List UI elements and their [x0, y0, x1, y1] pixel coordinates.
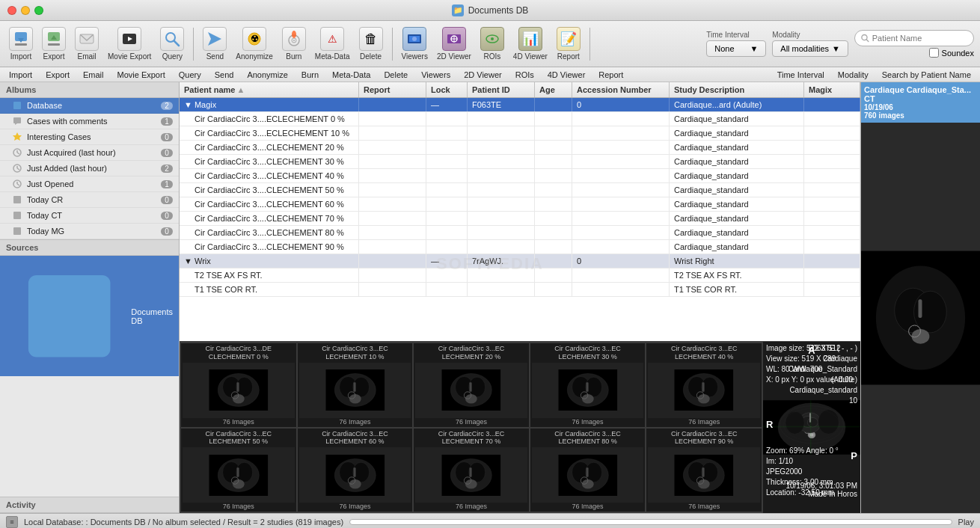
menu-delete[interactable]: Delete	[378, 69, 414, 81]
td-age-7	[535, 212, 572, 225]
th-age[interactable]: Age	[535, 82, 572, 97]
search-input[interactable]	[872, 34, 967, 43]
table-row-magix-2[interactable]: Cir CardiacCirc 3....CLECHEMENT 20 % Car…	[180, 141, 860, 155]
menu-export[interactable]: Export	[40, 69, 76, 81]
table-row-magix-4[interactable]: Cir CardiacCirc 3....CLECHEMENT 40 % Car…	[180, 169, 860, 183]
thumbnail-1[interactable]: Cir CardiacCirc 3...ECLECHEMENT 10 % 76 …	[298, 343, 413, 427]
thumbnail-2[interactable]: Cir CardiacCirc 3...ECLECHEMENT 20 % 76 …	[414, 343, 529, 427]
menu-modality[interactable]: Modality	[832, 69, 875, 81]
thumbnail-0[interactable]: Cir CardiacCirc 3...DECLECHEMENT 0 % 76 …	[181, 343, 296, 427]
sidebar-item-cases-comments[interactable]: Cases with comments 1	[0, 114, 179, 129]
maximize-button[interactable]	[34, 6, 43, 15]
time-interval-dropdown[interactable]: None ▼	[706, 40, 766, 57]
th-patient-id[interactable]: Patient ID	[468, 82, 535, 97]
table-row-magix-3[interactable]: Cir CardiacCirc 3....CLECHEMENT 30 % Car…	[180, 155, 860, 169]
td-study-6: Cardiaque_standard	[670, 197, 804, 211]
menu-anonymize[interactable]: Anonymize	[241, 69, 293, 81]
sidebar-item-interesting-cases[interactable]: Interesting Cases 0	[0, 129, 179, 145]
table-row-magix-0[interactable]: Cir CardiacCirc 3....ECLECHEMENT 0 % Car…	[180, 112, 860, 126]
report-button[interactable]: 📝 Report	[554, 25, 584, 62]
table-row-wrix-t2[interactable]: T2 TSE AX FS RT. T2 TSE AX FS RT.	[180, 268, 860, 283]
thumb-label-6: Cir CardiacCirc 3...ECLECHEMENT 60 %	[322, 430, 388, 446]
menu-viewers[interactable]: Viewers	[415, 69, 456, 81]
menu-report[interactable]: Report	[592, 69, 629, 81]
table-row-magix-header[interactable]: ▼ Magix — F063TE 0 Cardiaque...ard (Adul…	[180, 98, 860, 112]
menu-query[interactable]: Query	[173, 69, 207, 81]
menu-rois[interactable]: ROIs	[509, 69, 540, 81]
menu-metadata[interactable]: Meta-Data	[326, 69, 376, 81]
sidebar-item-just-added[interactable]: Just Added (last hour) 2	[0, 161, 179, 176]
th-study-description[interactable]: Study Description	[670, 82, 804, 97]
metadata-button[interactable]: ⚠ Meta-Data	[312, 25, 353, 62]
just-added-icon	[12, 163, 22, 174]
menu-search-by-patient-name[interactable]: Search by Patient Name	[876, 69, 977, 81]
menu-time-interval[interactable]: Time Interval	[771, 69, 830, 81]
th-magix[interactable]: Magix	[804, 82, 860, 97]
email-button[interactable]: Email	[72, 25, 102, 62]
email-label: Email	[77, 52, 96, 61]
delete-button[interactable]: 🗑 Delete	[356, 25, 386, 62]
statusbar-left-button[interactable]: ≡	[6, 516, 18, 528]
td-patient-1: Cir CardiacCirc 3....ECLECHEMENT 10 %	[180, 126, 359, 140]
viewer-made-in: Made In Horos	[785, 490, 857, 498]
viewer-panel-preview[interactable]	[861, 123, 980, 513]
viewer-series-desc: Cardiaque_standard	[763, 385, 857, 396]
2d-viewer-label: 2D Viewer	[437, 52, 471, 61]
thumbnail-6[interactable]: Cir CardiacCirc 3...ECLECHEMENT 60 % 76 …	[298, 429, 413, 512]
table-row-magix-9[interactable]: Cir CardiacCirc 3....CLECHEMENT 90 % Car…	[180, 240, 860, 254]
minimize-button[interactable]	[21, 6, 30, 15]
rois-button[interactable]: ROIs	[477, 25, 507, 62]
query-button[interactable]: Query	[157, 25, 187, 62]
table-row-wrix-header[interactable]: ▼ Wrix — 7rAgWJ. 0 Wrist Right	[180, 254, 860, 268]
send-button[interactable]: Send	[200, 25, 230, 62]
menu-burn[interactable]: Burn	[295, 69, 325, 81]
search-box[interactable]	[854, 30, 974, 46]
th-report[interactable]: Report	[359, 82, 426, 97]
menu-email[interactable]: Email	[77, 69, 110, 81]
viewers-button[interactable]: Viewers	[399, 25, 431, 62]
sidebar-item-today-ct[interactable]: Today CT 0	[0, 208, 179, 224]
thumbnail-9[interactable]: Cir CardiacCirc 3...ECLECHEMENT 90 % 76 …	[646, 429, 762, 512]
menu-send[interactable]: Send	[209, 69, 240, 81]
th-patient-name[interactable]: Patient name ▲	[180, 82, 359, 97]
sidebar-item-today-cr[interactable]: Today CR 0	[0, 192, 179, 208]
play-button[interactable]: Play	[958, 518, 974, 527]
sidebar-item-just-opened[interactable]: Just Opened 1	[0, 176, 179, 192]
viewer-area[interactable]: Image size: 512 X 512 View size: 519 X 2…	[763, 342, 860, 513]
thumbnail-3[interactable]: Cir CardiacCirc 3...ECLECHEMENT 30 % 76 …	[530, 343, 646, 427]
table-row-magix-7[interactable]: Cir CardiacCirc 3....CLECHEMENT 70 % Car…	[180, 212, 860, 226]
table-row-wrix-t1[interactable]: T1 TSE COR RT. T1 TSE COR RT.	[180, 283, 860, 297]
sidebar-item-just-acquired[interactable]: Just Acquired (last hour) 0	[0, 145, 179, 161]
menu-2d-viewer[interactable]: 2D Viewer	[458, 69, 508, 81]
sidebar-item-today-mg[interactable]: Today MG 0	[0, 224, 179, 239]
table-row-magix-6[interactable]: Cir CardiacCirc 3....CLECHEMENT 60 % Car…	[180, 197, 860, 212]
movie-export-button[interactable]: Movie Export	[105, 25, 154, 62]
thumbnail-7[interactable]: Cir CardiacCirc 3...ECLECHEMENT 70 % 76 …	[414, 429, 529, 512]
4d-viewer-button[interactable]: 📊 4D Viewer	[510, 25, 551, 62]
sidebar-item-database[interactable]: Database 2	[0, 98, 179, 114]
thumbnail-4[interactable]: Cir CardiacCirc 3...ECLECHEMENT 40 % 76 …	[646, 343, 762, 427]
thumbnail-8[interactable]: Cir CardiacCirc 3...ECLECHEMENT 80 % 76 …	[530, 429, 646, 512]
thumbnail-5[interactable]: Cir CardiacCirc 3...ECLECHEMENT 50 % 76 …	[181, 429, 296, 512]
anonymize-button[interactable]: ☢ Anonymize	[233, 25, 275, 62]
close-button[interactable]	[7, 6, 16, 15]
th-accession-number[interactable]: Accession Number	[572, 82, 670, 97]
2d-viewer-button[interactable]: 2D Viewer	[434, 25, 474, 62]
modality-dropdown[interactable]: All modalities ▼	[772, 40, 848, 57]
sidebar-documents-db[interactable]: Documents DB	[0, 256, 179, 376]
table-body[interactable]: ▼ Magix — F063TE 0 Cardiaque...ard (Adul…	[180, 98, 860, 341]
table-row-magix-5[interactable]: Cir CardiacCirc 3....CLECHEMENT 50 % Car…	[180, 183, 860, 197]
modality-label: Modality	[772, 31, 800, 39]
table-row-magix-1[interactable]: Cir CardiacCirc 3....ECLECHEMENT 10 % Ca…	[180, 126, 860, 141]
menu-4d-viewer[interactable]: 4D Viewer	[542, 69, 592, 81]
export-button[interactable]: Export	[39, 25, 69, 62]
burn-button[interactable]: Burn	[279, 25, 309, 62]
th-lock[interactable]: Lock	[426, 82, 468, 97]
soundex-checkbox[interactable]	[929, 48, 939, 58]
window-controls[interactable]	[7, 6, 43, 15]
menu-movie-export[interactable]: Movie Export	[111, 69, 171, 81]
menu-import[interactable]: Import	[3, 69, 38, 81]
svg-line-10	[174, 41, 179, 46]
import-button[interactable]: Import	[6, 25, 36, 62]
table-row-magix-8[interactable]: Cir CardiacCirc 3....CLECHEMENT 80 % Car…	[180, 226, 860, 240]
